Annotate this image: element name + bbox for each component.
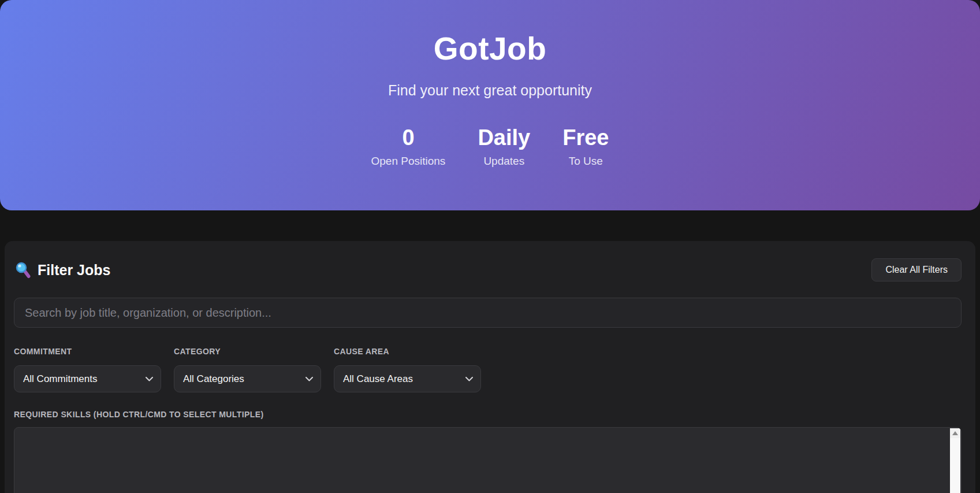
stat-open-positions: 0 Open Positions <box>371 125 446 168</box>
arrow-up-icon <box>952 431 958 435</box>
required-skills-label: REQUIRED SKILLS (HOLD CTRL/CMD TO SELECT… <box>14 410 962 419</box>
stat-label: Open Positions <box>371 155 446 168</box>
commitment-filter-group: COMMITMENT All Commitments <box>14 347 161 392</box>
filter-header: Filter Jobs Clear All Filters <box>14 258 962 281</box>
category-select-wrap: All Categories <box>174 365 321 392</box>
scroll-up-button[interactable] <box>950 428 960 438</box>
cause-area-select[interactable]: All Cause Areas <box>334 365 481 392</box>
job-search-input[interactable] <box>14 298 962 328</box>
stat-label: Updates <box>478 155 530 168</box>
cause-area-select-wrap: All Cause Areas <box>334 365 481 392</box>
stat-free: Free To Use <box>562 125 609 168</box>
commitment-label: COMMITMENT <box>14 347 161 356</box>
app-title: GotJob <box>0 30 980 67</box>
required-skills-multiselect[interactable] <box>14 427 962 493</box>
filter-panel: Filter Jobs Clear All Filters COMMITMENT… <box>5 241 975 493</box>
filter-dropdown-row: COMMITMENT All Commitments CATEGORY All … <box>14 347 962 392</box>
clear-all-filters-button[interactable]: Clear All Filters <box>871 258 962 281</box>
filter-title-wrap: Filter Jobs <box>14 261 110 279</box>
hero-stats: 0 Open Positions Daily Updates Free To U… <box>0 125 980 168</box>
stat-value: Free <box>562 125 609 150</box>
multiselect-scrollbar[interactable] <box>950 428 960 493</box>
commitment-select[interactable]: All Commitments <box>14 365 161 392</box>
stat-label: To Use <box>562 155 609 168</box>
hero-banner: GotJob Find your next great opportunity … <box>0 0 980 210</box>
cause-area-filter-group: CAUSE AREA All Cause Areas <box>334 347 481 392</box>
category-filter-group: CATEGORY All Categories <box>174 347 321 392</box>
cause-area-label: CAUSE AREA <box>334 347 481 356</box>
stat-value: 0 <box>371 125 446 150</box>
category-select[interactable]: All Categories <box>174 365 321 392</box>
category-label: CATEGORY <box>174 347 321 356</box>
filter-panel-title: Filter Jobs <box>38 262 110 279</box>
magnifier-icon <box>15 261 31 279</box>
stat-updates: Daily Updates <box>478 125 530 168</box>
stat-value: Daily <box>478 125 530 150</box>
commitment-select-wrap: All Commitments <box>14 365 161 392</box>
app-tagline: Find your next great opportunity <box>0 82 980 99</box>
